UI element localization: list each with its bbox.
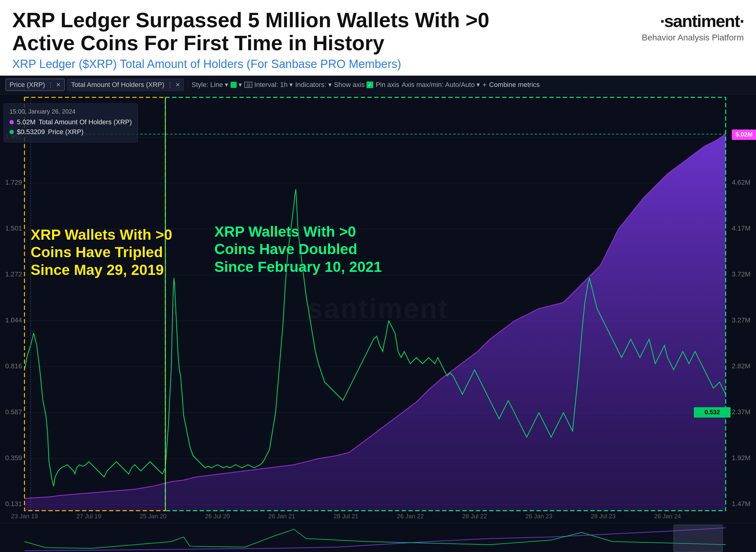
chevron-down-icon: ▾: [225, 81, 228, 89]
tooltip-price-row: $0.53209 Price (XRP): [9, 128, 132, 136]
chart-container: Price (XRP) ⋮ ✕ Total Amount Of Holders …: [0, 76, 756, 552]
annotation-green: XRP Wallets With >0 Coins Have Doubled S…: [214, 223, 386, 276]
tooltip-price-value: $0.53209: [17, 128, 45, 136]
y-left-8: 0.359: [5, 454, 22, 462]
chevron-down-icon-4: ▾: [328, 81, 332, 89]
y-left-6: 0.816: [5, 362, 22, 370]
show-axis-label: Show axis: [334, 81, 365, 89]
mini-chart-svg: [0, 523, 756, 552]
holders-tab-dots[interactable]: ⋮: [167, 81, 173, 89]
x-label-9: 26 Jan 23: [525, 513, 552, 520]
logo-dot-right: ·: [740, 11, 744, 31]
axis-minmax-selector[interactable]: Axis max/min: Auto/Auto ▾: [402, 81, 480, 89]
mini-chart: [0, 523, 756, 552]
combine-metrics-label: Combine metrics: [489, 81, 539, 89]
tooltip-price-icon: [9, 130, 14, 134]
chevron-down-icon-3: ▾: [289, 81, 293, 89]
price-tab-label: Price (XRP): [9, 81, 45, 89]
x-label-1: 23 Jan 19: [11, 513, 38, 520]
show-axis-checkbox[interactable]: ✓: [367, 82, 373, 88]
y-right-9: 1.47M: [732, 500, 751, 508]
pin-axis-toggle[interactable]: Pin axis: [376, 81, 399, 89]
y-right-3: 4.17M: [732, 225, 751, 232]
indicators-selector[interactable]: Indicators: ▾: [295, 81, 332, 89]
tooltip-holders-icon: [9, 120, 14, 124]
x-label-8: 28 Jul 22: [462, 513, 487, 520]
chevron-down-icon-5: ▾: [477, 81, 480, 89]
holders-badge-text: 5.02M: [736, 131, 753, 138]
mini-price-line: [24, 529, 726, 548]
x-label-11: 26 Jan 24: [654, 513, 681, 520]
chevron-down-icon-2: ▾: [239, 81, 242, 89]
page-title: XRP Ledger Surpassed 5 Million Wallets W…: [12, 9, 533, 54]
x-label-7: 26 Jan 22: [397, 513, 424, 520]
x-label-2: 27 Jul 19: [76, 513, 101, 520]
logo-dot-left: ·: [660, 11, 664, 31]
x-label-3: 25 Jan 20: [140, 513, 166, 520]
tooltip-holders-row: 5.02M Total Amount Of Holders (XRP): [9, 118, 132, 126]
santiment-logo: ·santiment·: [660, 11, 744, 31]
chart-svg: 1.957 1.729 1.501 1.272 1.044 0.816 0.58…: [0, 94, 756, 523]
header-right: ·santiment· Behavior Analysis Platform: [642, 9, 744, 42]
price-badge-text: 0.532: [705, 409, 720, 415]
holders-tab-close[interactable]: ✕: [175, 82, 180, 88]
pin-axis-label: Pin axis: [376, 81, 399, 89]
y-left-2: 1.729: [5, 178, 22, 186]
indicators-label: Indicators:: [295, 81, 327, 89]
style-label: Style: Line: [192, 81, 223, 89]
y-right-4: 3.72M: [732, 270, 751, 278]
y-right-8: 1.92M: [732, 454, 751, 462]
y-left-4: 1.272: [5, 270, 22, 278]
holders-area-fill: [24, 134, 726, 511]
color-swatch: [231, 82, 237, 88]
x-label-6: 28 Jul 21: [334, 513, 358, 520]
holders-tab-label: Total Amount Of Holders (XRP): [71, 81, 164, 89]
price-tab-dots[interactable]: ⋮: [47, 81, 53, 89]
header-section: XRP Ledger Surpassed 5 Million Wallets W…: [0, 0, 756, 76]
y-left-5: 1.044: [5, 316, 22, 324]
axis-minmax-label: Axis max/min: Auto/Auto: [402, 81, 475, 89]
y-right-2: 4.62M: [732, 178, 751, 186]
tooltip-date: 15:00, January 26, 2024: [9, 108, 132, 115]
behavior-platform-text: Behavior Analysis Platform: [642, 33, 744, 42]
annotation-yellow: XRP Wallets With >0 Coins Have Tripled S…: [31, 226, 177, 279]
y-right-6: 2.82M: [732, 362, 751, 370]
style-selector[interactable]: Style: Line ▾: [192, 81, 228, 89]
tooltip-holders-label: Total Amount Of Holders (XRP): [38, 118, 132, 126]
chart-toolbar: Price (XRP) ⋮ ✕ Total Amount Of Holders …: [0, 76, 756, 94]
page-wrapper: XRP Ledger Surpassed 5 Million Wallets W…: [0, 0, 756, 552]
interval-icon: ▤: [244, 82, 252, 88]
x-label-5: 26 Jan 21: [268, 513, 295, 520]
tooltip-holders-value: 5.02M: [17, 118, 35, 126]
y-left-7: 0.587: [5, 408, 22, 416]
page-subtitle: XRP Ledger ($XRP) Total Amount of Holder…: [12, 57, 533, 71]
metric-tab-holders[interactable]: Total Amount Of Holders (XRP) ⋮ ✕: [67, 79, 184, 91]
color-selector[interactable]: ▾: [231, 81, 242, 89]
chart-tooltip: 15:00, January 26, 2024 5.02M Total Amou…: [4, 104, 138, 142]
tooltip-price-label: Price (XRP): [48, 128, 84, 136]
y-right-7: 2.37M: [732, 408, 751, 416]
x-label-10: 28 Jul 23: [591, 513, 615, 520]
interval-selector[interactable]: ▤ Interval: 1h ▾: [244, 81, 293, 89]
y-left-9: 0.131: [5, 500, 22, 508]
interval-label: Interval: 1h: [254, 81, 287, 89]
logo-text: santiment: [664, 11, 740, 31]
metric-tab-price[interactable]: Price (XRP) ⋮ ✕: [5, 79, 65, 91]
price-line-1: [24, 278, 254, 486]
price-tab-close[interactable]: ✕: [56, 82, 60, 88]
add-metric-button[interactable]: +: [482, 81, 487, 89]
main-chart-area: santiment: [0, 94, 756, 523]
combine-metrics-button[interactable]: Combine metrics: [489, 81, 539, 89]
scroll-handle[interactable]: [674, 525, 723, 552]
mini-holders-line: [24, 528, 726, 551]
header-left: XRP Ledger Surpassed 5 Million Wallets W…: [12, 9, 533, 71]
toolbar-divider-1: [188, 81, 188, 89]
x-label-4: 26 Jul 20: [205, 513, 230, 520]
y-left-3: 1.501: [5, 225, 22, 232]
y-right-5: 3.27M: [732, 316, 751, 324]
dashed-box-yellow: [24, 97, 165, 511]
show-axis-toggle[interactable]: Show axis ✓: [334, 81, 373, 89]
